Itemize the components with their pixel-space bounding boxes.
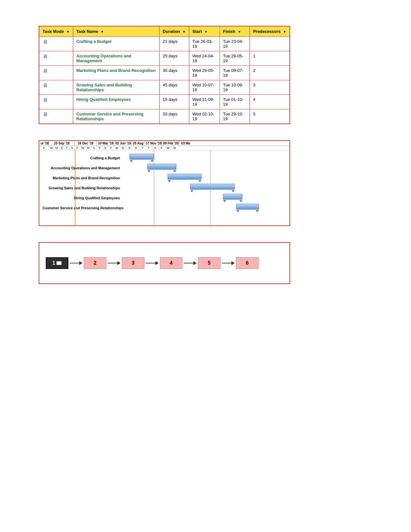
col-header-duration[interactable]: Duration ▼ xyxy=(159,26,189,37)
predecessors-cell-3: 2 xyxy=(250,66,290,80)
start-dropdown-icon[interactable]: ▼ xyxy=(204,30,208,34)
task-mode-dropdown-icon[interactable]: ▼ xyxy=(66,30,70,34)
network-node-6: 6 xyxy=(236,257,259,269)
predecessors-cell-6: 5 xyxy=(250,109,290,124)
gantt-bar-1 xyxy=(130,154,154,160)
task-mode-cell-4: 🖥 xyxy=(39,80,73,95)
task-name-cell-2: Accounting Operations and Management xyxy=(73,51,159,66)
gantt-day-S4: S xyxy=(103,146,108,150)
col-header-predecessors[interactable]: Predecessors ▼ xyxy=(250,26,290,37)
gantt-bar-wrap-5 xyxy=(223,194,242,202)
duration-cell-2: 25 days xyxy=(159,51,189,66)
gantt-day-S1: S xyxy=(59,146,64,150)
gantt-day-F1: F xyxy=(39,146,49,150)
task-mode-icon-3: 🖥 xyxy=(43,68,48,74)
gantt-bar-2 xyxy=(147,164,176,170)
gantt-day-S7: S xyxy=(152,146,159,150)
gantt-label-2: Accounting Operations and Management xyxy=(43,166,123,170)
gantt-period-mar20: 03 Ma xyxy=(179,141,192,146)
gantt-day-T1: T xyxy=(64,146,70,150)
task-name-cell-5: Hiring Qualified Employees xyxy=(73,95,159,109)
duration-cell-5: 15 days xyxy=(159,95,189,109)
network-arrow-4-5 xyxy=(184,261,197,265)
col-header-task-name[interactable]: Task Name ▼ xyxy=(73,26,159,37)
gantt-day-S2: S xyxy=(70,146,75,150)
task-mode-icon-2: 🖥 xyxy=(43,54,48,59)
duration-dropdown-icon[interactable]: ▼ xyxy=(182,30,186,34)
col-header-start[interactable]: Start ▼ xyxy=(189,26,220,37)
gantt-bar-5 xyxy=(223,194,242,200)
start-cell-3: Wed 29-05-19 xyxy=(189,66,220,80)
gantt-bar-4 xyxy=(190,184,235,190)
duration-cell-4: 45 days xyxy=(159,80,189,95)
gantt-row-1: Crafting a Budget xyxy=(39,154,289,162)
start-cell-1: Tue 26-03-19 xyxy=(189,37,220,51)
gantt-label-3: Marketing Plans and Brand Recognition xyxy=(43,176,123,180)
gantt-day-S5: S xyxy=(126,146,133,150)
task-name-cell-3: Marketing Plans and Brand Recognition xyxy=(73,66,159,80)
predecessors-dropdown-icon[interactable]: ▼ xyxy=(283,30,286,34)
task-name-dropdown-icon[interactable]: ▼ xyxy=(101,30,104,34)
task-name-text-5: Hiring Qualified Employees xyxy=(76,97,131,102)
duration-cell-3: 30 days xyxy=(159,66,189,80)
task-name-text-6: Customer Service and Preserving Relation… xyxy=(76,112,143,121)
arrow-line-1 xyxy=(70,263,79,263)
finish-cell-5: Tue 01-10-19 xyxy=(220,95,250,109)
finish-cell-3: Tue 09-07-19 xyxy=(220,66,250,80)
gantt-day-S6: S xyxy=(133,146,139,150)
task-mode-cell-3: 🖥 xyxy=(39,66,73,80)
start-cell-6: Wed 02-10-19 xyxy=(189,109,220,124)
task-mode-cell-1: 🖥 xyxy=(39,37,73,51)
gantt-period-jul18: ul '18 xyxy=(39,141,49,146)
task-name-text-2: Accounting Operations and Management xyxy=(76,54,131,63)
task-name-cell-6: Customer Service and Preserving Relation… xyxy=(73,109,159,124)
gantt-day-T4: T xyxy=(146,146,152,150)
finish-dropdown-icon[interactable]: ▼ xyxy=(238,30,241,34)
gantt-vline-1 xyxy=(154,150,154,225)
table-row: 🖥Customer Service and Preserving Relatio… xyxy=(39,109,290,124)
start-cell-5: Wed 11-09-19 xyxy=(189,95,220,109)
gantt-row-6: Customer Service and Preserving Relation… xyxy=(39,204,289,212)
col-header-finish[interactable]: Finish ▼ xyxy=(220,26,250,37)
gantt-period-sep18: 23 Sep '18 xyxy=(49,141,75,146)
gantt-label-6: Customer Service and Preserving Relation… xyxy=(43,206,127,210)
gantt-day-F3: F xyxy=(108,146,114,150)
task-mode-cell-5: 🖥 xyxy=(39,95,73,109)
gantt-chart-section: ul '18 23 Sep '18 16 Dec '18 10 Mar '19 … xyxy=(39,140,290,226)
gantt-day-M4: M xyxy=(171,146,178,150)
task-name-text-4: Growing Sales and Building Relationships xyxy=(76,83,132,92)
gantt-day-M1: M xyxy=(54,146,59,150)
gantt-day-T3: T xyxy=(139,146,146,150)
arrow-line-4 xyxy=(184,263,193,263)
task-mode-icon-4: 🖥 xyxy=(43,83,48,88)
gantt-period-dec18: 16 Dec '18 xyxy=(75,141,97,146)
gantt-period-feb20: 09 Feb '20 xyxy=(162,141,179,146)
gantt-bar-6 xyxy=(236,204,259,210)
col-header-task-mode[interactable]: Task Mode ▼ xyxy=(39,26,73,37)
start-cell-4: Wed 10-07-19 xyxy=(189,80,220,95)
gantt-vline-2 xyxy=(210,150,211,225)
task-mode-icon-5: 🖥 xyxy=(43,97,48,103)
arrow-line-2 xyxy=(108,263,117,263)
network-arrow-2-3 xyxy=(108,261,121,265)
gantt-period-nov19: 17 Nov '19 xyxy=(144,141,162,146)
network-node-5: 5 xyxy=(198,257,220,269)
network-node-2: 2 xyxy=(84,257,106,269)
task-table-section: Task Mode ▼ Task Name ▼ Duration ▼ Start… xyxy=(39,26,372,124)
gantt-row-3: Marketing Plans and Brand Recognition xyxy=(39,174,289,182)
task-name-text-3: Marketing Plans and Brand Recognition xyxy=(76,68,156,73)
gantt-day-W1: W xyxy=(49,146,54,150)
gantt-day-W2: W xyxy=(80,146,86,150)
gantt-bar-wrap-2 xyxy=(147,164,176,172)
table-row: 🖥Marketing Plans and Brand Recognition30… xyxy=(39,66,290,80)
gantt-period-jun19: 02 Jun '19 xyxy=(114,141,132,146)
table-row: 🖥Growing Sales and Building Relationship… xyxy=(39,80,290,95)
duration-cell-6: 20 days xyxy=(159,109,189,124)
gantt-label-4: Growing Sales and Building Relationships xyxy=(43,186,123,190)
arrow-head-4 xyxy=(193,261,197,265)
duration-cell-1: 21 days xyxy=(159,37,189,51)
network-arrow-3-4 xyxy=(146,261,159,265)
gantt-period-aug19: 25 Aug '19 xyxy=(132,141,144,146)
arrow-line-5 xyxy=(222,263,231,263)
network-node-4: 4 xyxy=(160,257,182,269)
